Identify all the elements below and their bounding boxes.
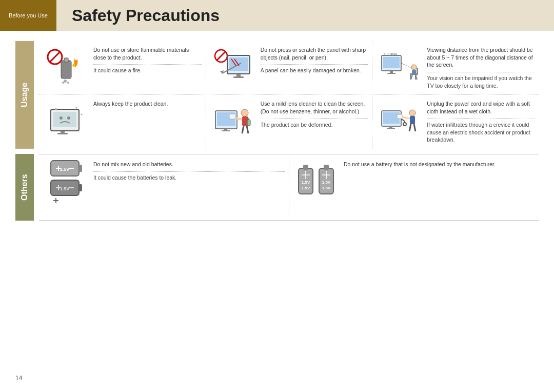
svg-rect-43	[222, 130, 230, 131]
svg-rect-70	[79, 184, 82, 191]
viewing-distance-text: Viewing distance from the product should…	[423, 46, 535, 89]
main-content: Usage	[0, 31, 554, 236]
designated-battery-icon: 1.5V 1.5V 1.5V 1.5V	[293, 161, 340, 202]
lens-cleaner-text: Use a mild lens cleaner to clean the scr…	[256, 100, 368, 128]
card-mix-batteries: 1.5V 1.5V	[39, 154, 289, 220]
svg-rect-84	[324, 165, 329, 170]
viewing-distance-icon: 5~7 times	[377, 46, 423, 87]
flammable-icon	[43, 46, 89, 87]
svg-rect-51	[248, 118, 249, 120]
card-clean: Always keep the product clean.	[39, 95, 206, 148]
power-cord-text: Unplug the power cord and wipe with a so…	[423, 100, 535, 143]
scratch-text: Do not press or scratch the panel with s…	[256, 46, 368, 74]
usage-section: Usage	[15, 41, 539, 149]
svg-point-57	[409, 110, 416, 116]
svg-text:5~7 times: 5~7 times	[384, 52, 397, 55]
svg-rect-47	[229, 114, 235, 119]
clean-text: Always keep the product clean.	[89, 100, 202, 111]
others-section: Others 1.5V	[15, 154, 539, 221]
svg-point-44	[241, 109, 248, 116]
svg-point-38	[76, 107, 77, 108]
card-designated-battery: 1.5V 1.5V 1.5V 1.5V	[289, 154, 539, 220]
svg-rect-3	[64, 58, 68, 62]
svg-line-62	[414, 124, 416, 131]
svg-text:1.5V: 1.5V	[60, 167, 70, 172]
svg-rect-32	[53, 112, 76, 127]
svg-line-8	[216, 51, 226, 61]
svg-text:1.5V: 1.5V	[302, 180, 310, 185]
svg-line-59	[401, 117, 410, 119]
svg-point-26	[411, 65, 417, 70]
svg-rect-23	[417, 68, 418, 75]
svg-rect-18	[383, 57, 400, 68]
lens-cleaner-icon	[210, 100, 256, 141]
clean-icon	[43, 100, 89, 141]
scratch-icon	[210, 46, 256, 87]
svg-point-37	[55, 108, 57, 110]
svg-rect-2	[61, 61, 71, 79]
others-label: Others	[15, 154, 34, 221]
page-header: Before you Use Safety Precautions	[0, 0, 554, 31]
svg-point-5	[67, 82, 69, 84]
svg-point-4	[64, 80, 67, 83]
svg-rect-58	[410, 116, 415, 124]
svg-rect-12	[233, 76, 244, 78]
svg-point-36	[67, 116, 70, 120]
svg-point-39	[81, 113, 83, 115]
tab-label: Before you Use	[9, 12, 48, 18]
card-flammable: Do not use or store flammable materials …	[39, 41, 206, 94]
svg-text:1.5V: 1.5V	[302, 186, 310, 190]
page-number: 14	[15, 375, 22, 382]
svg-rect-78	[303, 165, 308, 170]
card-scratch: Do not press or scratch the panel with s…	[206, 41, 372, 94]
card-viewing-distance: 5~7 times	[372, 41, 539, 94]
svg-line-30	[401, 63, 411, 68]
mix-batteries-icon: 1.5V 1.5V	[43, 161, 89, 202]
svg-text:1.5V: 1.5V	[60, 186, 70, 191]
svg-line-48	[242, 126, 244, 133]
svg-rect-27	[412, 70, 416, 75]
svg-rect-34	[57, 133, 68, 134]
svg-point-35	[60, 116, 63, 120]
section-tab: Before you Use	[0, 0, 56, 31]
power-cord-icon	[377, 100, 423, 141]
svg-rect-55	[387, 128, 395, 129]
designated-battery-text: Do not use a battery that is not designa…	[340, 161, 535, 171]
svg-point-6	[62, 82, 64, 84]
svg-line-1	[50, 52, 60, 62]
svg-rect-50	[247, 120, 250, 126]
svg-text:1.5V: 1.5V	[322, 186, 331, 190]
mix-batteries-text: Do not mix new and old batteries. It cou…	[89, 161, 285, 181]
svg-line-61	[409, 124, 411, 131]
svg-line-49	[247, 126, 248, 133]
page-title: Safety Precautions	[56, 6, 220, 25]
svg-rect-60	[397, 114, 402, 119]
card-lens-cleaner: Use a mild lens cleaner to clean the scr…	[206, 95, 372, 148]
card-power-cord: Unplug the power cord and wipe with a so…	[372, 95, 539, 148]
usage-label: Usage	[15, 41, 34, 149]
svg-rect-64	[79, 165, 82, 172]
svg-text:1.5V: 1.5V	[322, 180, 331, 185]
svg-point-56	[403, 123, 406, 126]
svg-rect-20	[387, 73, 395, 74]
flammable-text: Do not use or store flammable materials …	[89, 46, 202, 74]
